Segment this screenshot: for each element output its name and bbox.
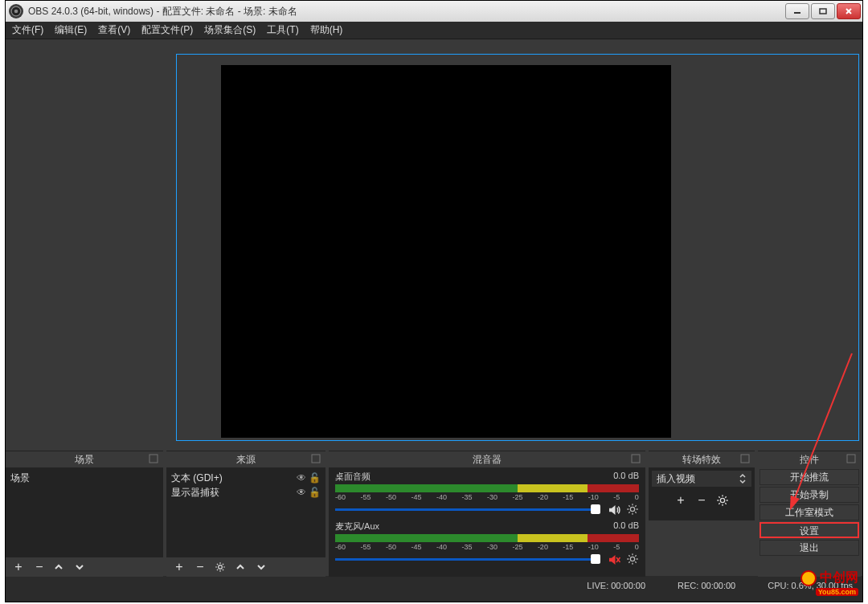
menubar: 文件(F) 编辑(E) 查看(V) 配置文件(P) 场景集合(S) 工具(T) … [6, 22, 862, 39]
menu-profile[interactable]: 配置文件(P) [141, 23, 193, 37]
move-down-icon[interactable] [75, 562, 88, 572]
menu-edit[interactable]: 编辑(E) [55, 23, 87, 37]
remove-source-button[interactable]: − [194, 560, 207, 574]
svg-point-10 [630, 507, 634, 511]
source-item[interactable]: 文本 (GDI+) 👁 🔓 [171, 471, 321, 485]
svg-point-1 [14, 10, 18, 14]
svg-point-8 [219, 565, 223, 569]
audio-meter [335, 484, 639, 492]
meter-ticks: -60-55-50-45-40-35-30-25-20-15-10-50 [335, 543, 639, 551]
svg-rect-3 [820, 9, 826, 14]
speaker-icon[interactable] [607, 503, 621, 516]
controls-body: 开始推流 开始录制 工作室模式 设置 退出 [758, 467, 861, 577]
menu-tools[interactable]: 工具(T) [267, 23, 298, 37]
popout-icon[interactable] [846, 454, 856, 463]
visibility-icon[interactable]: 👁 [295, 472, 308, 484]
svg-point-13 [630, 557, 634, 561]
start-recording-button[interactable]: 开始录制 [760, 487, 859, 503]
sources-title-label: 来源 [236, 454, 256, 465]
popout-icon[interactable] [149, 454, 158, 463]
scenes-title-label: 场景 [75, 454, 94, 465]
transitions-title: 转场特效 [649, 451, 755, 467]
channel-settings-icon[interactable] [626, 503, 639, 516]
mixer-body: 桌面音频 0.0 dB -60-55-50-45-40-35-30-25-20-… [329, 467, 645, 577]
add-transition-button[interactable]: + [674, 493, 687, 508]
svg-rect-16 [847, 455, 855, 463]
volume-slider[interactable] [335, 553, 639, 565]
svg-rect-7 [312, 455, 320, 463]
scenes-toolbar: + − [6, 557, 163, 577]
watermark-text: 中创网 [820, 569, 858, 586]
source-settings-icon[interactable] [215, 561, 227, 573]
svg-rect-9 [632, 455, 640, 463]
mixer-title: 混音器 [329, 451, 645, 467]
mixer-channel: 桌面音频 0.0 dB -60-55-50-45-40-35-30-25-20-… [335, 471, 639, 516]
watermark-logo-icon [800, 570, 817, 586]
popout-icon[interactable] [311, 454, 321, 463]
channel-db: 0.0 dB [613, 471, 639, 483]
channel-name: 桌面音频 [335, 471, 371, 483]
scenes-list[interactable]: 场景 [6, 467, 163, 557]
transitions-panel: 转场特效 插入视频 + − [649, 451, 755, 576]
transitions-body: 插入视频 + − [649, 467, 755, 520]
sources-toolbar: + − [166, 557, 326, 577]
source-item[interactable]: 显示器捕获 👁 🔓 [171, 485, 321, 500]
svg-point-15 [720, 498, 724, 502]
status-bar: LIVE: 00:00:00 REC: 00:00:00 CPU: 0.6%, … [6, 576, 862, 595]
menu-view[interactable]: 查看(V) [98, 23, 130, 37]
stepper-icon[interactable] [739, 473, 747, 484]
sources-title: 来源 [166, 451, 326, 467]
watermark: 中创网 You85.com [800, 569, 858, 586]
lock-icon[interactable]: 🔓 [308, 487, 321, 498]
settings-button[interactable]: 设置 [760, 522, 859, 538]
obs-logo-icon [9, 4, 23, 18]
speaker-muted-icon[interactable] [607, 553, 621, 565]
lock-icon[interactable]: 🔓 [308, 472, 321, 484]
sources-list[interactable]: 文本 (GDI+) 👁 🔓 显示器捕获 👁 🔓 [166, 467, 326, 557]
remove-transition-button[interactable]: − [695, 493, 708, 508]
preview-area [6, 39, 862, 451]
status-live: LIVE: 00:00:00 [587, 581, 645, 590]
maximize-button[interactable] [811, 3, 835, 19]
svg-rect-14 [741, 455, 749, 463]
docks: 场景 场景 + − 来源 文本 (GDI+) [6, 451, 862, 576]
channel-db: 0.0 dB [613, 520, 639, 533]
exit-button[interactable]: 退出 [760, 540, 859, 556]
transition-select[interactable]: 插入视频 [652, 471, 751, 487]
watermark-subtext: You85.com [816, 588, 858, 596]
scenes-panel: 场景 场景 + − [6, 451, 163, 576]
app-window: OBS 24.0.3 (64-bit, windows) - 配置文件: 未命名… [5, 0, 863, 602]
menu-scene-collection[interactable]: 场景集合(S) [204, 23, 256, 37]
status-rec: REC: 00:00:00 [678, 581, 735, 590]
volume-slider[interactable] [335, 503, 639, 516]
start-streaming-button[interactable]: 开始推流 [760, 469, 859, 485]
source-item-label: 文本 (GDI+) [171, 471, 295, 485]
audio-meter [335, 534, 639, 542]
scene-item[interactable]: 场景 [10, 471, 158, 485]
popout-icon[interactable] [631, 454, 641, 463]
add-scene-button[interactable]: + [12, 560, 25, 574]
mixer-channel: 麦克风/Aux 0.0 dB -60-55-50-45-40-35-30-25-… [335, 520, 639, 565]
visibility-icon[interactable]: 👁 [295, 487, 308, 498]
move-up-icon[interactable] [235, 562, 248, 572]
close-button[interactable] [837, 3, 861, 19]
controls-title: 控件 [758, 451, 861, 467]
mixer-title-label: 混音器 [473, 454, 502, 465]
channel-settings-icon[interactable] [626, 553, 639, 565]
titlebar: OBS 24.0.3 (64-bit, windows) - 配置文件: 未命名… [6, 1, 862, 22]
channel-name: 麦克风/Aux [335, 520, 379, 533]
transition-selected-label: 插入视频 [657, 472, 695, 486]
remove-scene-button[interactable]: − [33, 560, 46, 574]
move-down-icon[interactable] [256, 562, 269, 572]
preview-canvas[interactable] [221, 65, 671, 438]
studio-mode-button[interactable]: 工作室模式 [760, 504, 859, 520]
menu-file[interactable]: 文件(F) [12, 23, 43, 37]
controls-panel: 控件 开始推流 开始录制 工作室模式 设置 退出 [758, 451, 861, 576]
add-source-button[interactable]: + [173, 560, 186, 574]
menu-help[interactable]: 帮助(H) [310, 23, 343, 37]
minimize-button[interactable] [785, 3, 809, 19]
transition-settings-icon[interactable] [716, 494, 729, 507]
move-up-icon[interactable] [54, 562, 67, 572]
controls-title-label: 控件 [800, 454, 819, 465]
popout-icon[interactable] [740, 454, 750, 463]
